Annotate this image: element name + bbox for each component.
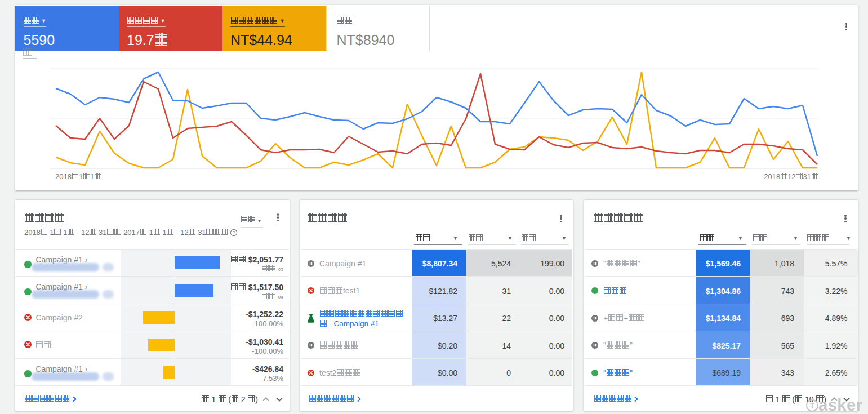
svg-text:?: ? bbox=[233, 230, 235, 235]
